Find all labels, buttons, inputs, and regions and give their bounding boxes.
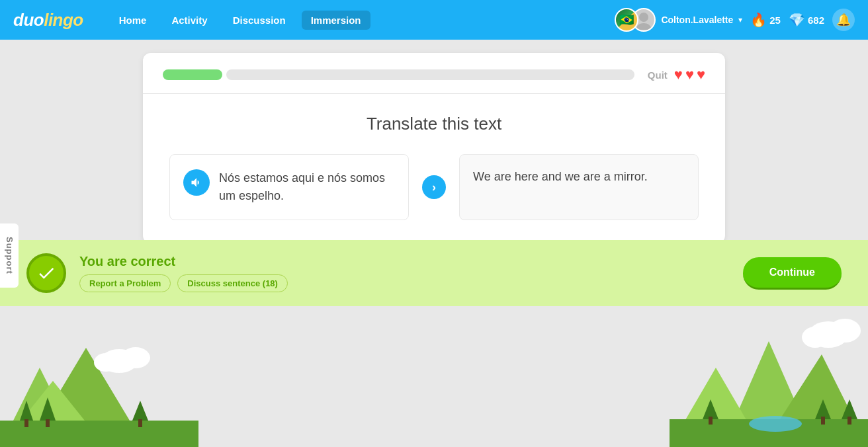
correct-banner: You are correct Report a Problem Discuss… xyxy=(0,240,868,306)
correct-check-icon xyxy=(26,253,66,293)
target-box: We are here and we are a mirror. xyxy=(459,154,699,220)
streak-count: 25 xyxy=(769,15,781,26)
logo[interactable]: duolingo xyxy=(13,9,83,30)
landscape-background xyxy=(0,302,868,447)
progress-filled xyxy=(163,69,222,80)
avatar-group: 🇧🇷 xyxy=(615,8,656,32)
landscape-left xyxy=(0,315,198,447)
notification-bell[interactable]: 🔔 xyxy=(832,9,855,31)
heart-2: ♥ xyxy=(685,66,694,83)
hearts-display: ♥ ♥ ♥ xyxy=(674,66,705,83)
svg-point-28 xyxy=(802,327,828,348)
svg-rect-25 xyxy=(847,417,851,425)
banner-actions: Report a Problem Discuss sentence (18) xyxy=(79,274,730,292)
correct-content: You are correct Report a Problem Discuss… xyxy=(79,254,730,292)
main-content: Quit ♥ ♥ ♥ Translate this text Nós xyxy=(0,40,868,447)
landscape-right xyxy=(670,302,868,447)
flame-icon: 🔥 xyxy=(750,12,767,28)
gem-icon: 💎 xyxy=(789,12,805,28)
heart-1: ♥ xyxy=(674,66,683,83)
svg-marker-8 xyxy=(132,401,148,421)
nav-discussion[interactable]: Discussion xyxy=(224,11,295,30)
heart-3: ♥ xyxy=(697,66,705,83)
source-text: Nós estamos aqui e nós somos um espelho. xyxy=(219,169,395,205)
translate-title: Translate this text xyxy=(169,114,699,134)
svg-point-14 xyxy=(94,353,118,372)
header: duolingo Home Activity Discussion Immers… xyxy=(0,0,868,40)
main-nav: Home Activity Discussion Immersion xyxy=(110,11,615,30)
progress-bar xyxy=(163,69,634,80)
header-right: 🇧🇷 Colton.Lavalette ▾ 🔥 25 💎 682 🔔 xyxy=(615,8,855,32)
quit-button[interactable]: Quit xyxy=(648,69,668,81)
gem-counter: 💎 682 xyxy=(789,12,824,28)
source-box: Nós estamos aqui e nós somos um espelho. xyxy=(169,154,409,220)
streak-counter: 🔥 25 xyxy=(750,12,781,28)
checkmark-icon xyxy=(36,263,56,283)
support-tab[interactable]: Support xyxy=(0,224,19,288)
quiz-header: Quit ♥ ♥ ♥ xyxy=(143,53,725,93)
discuss-sentence-button[interactable]: Discuss sentence (18) xyxy=(177,274,288,292)
nav-activity[interactable]: Activity xyxy=(162,11,216,30)
svg-rect-11 xyxy=(138,419,142,427)
username: Colton.Lavalette xyxy=(661,15,733,25)
sound-button[interactable] xyxy=(183,169,210,196)
svg-point-19 xyxy=(749,416,802,432)
svg-rect-5 xyxy=(0,421,198,447)
progress-track xyxy=(226,69,634,80)
svg-rect-9 xyxy=(24,419,28,427)
quiz-card: Quit ♥ ♥ ♥ Translate this text Nós xyxy=(143,53,725,243)
arrow-right-icon: › xyxy=(422,175,446,199)
svg-rect-23 xyxy=(709,417,713,425)
target-text: We are here and we are a mirror. xyxy=(473,170,648,183)
svg-point-1 xyxy=(636,23,651,30)
translation-row: Nós estamos aqui e nós somos um espelho.… xyxy=(169,154,699,220)
chevron-down-icon: ▾ xyxy=(738,15,742,24)
continue-button[interactable]: Continue xyxy=(743,257,842,290)
user-menu[interactable]: 🇧🇷 Colton.Lavalette ▾ xyxy=(615,8,742,32)
gem-count: 682 xyxy=(808,15,824,26)
svg-point-13 xyxy=(121,347,150,368)
svg-point-27 xyxy=(829,319,861,343)
translate-section: Translate this text Nós estamos aqui e n… xyxy=(143,94,725,243)
svg-rect-24 xyxy=(821,417,825,425)
report-problem-button[interactable]: Report a Problem xyxy=(79,274,171,292)
correct-title: You are correct xyxy=(79,254,730,269)
svg-rect-10 xyxy=(46,419,50,427)
svg-point-0 xyxy=(639,13,648,22)
nav-immersion[interactable]: Immersion xyxy=(302,11,370,30)
speaker-icon xyxy=(190,176,203,189)
nav-home[interactable]: Home xyxy=(110,11,156,30)
